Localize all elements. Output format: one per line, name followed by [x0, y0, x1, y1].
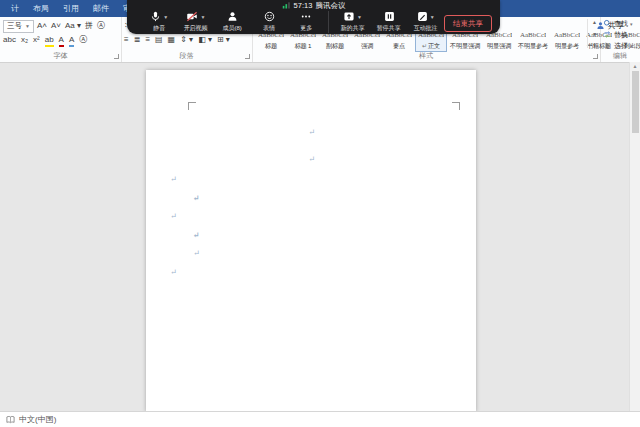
meeting-button-smiley[interactable]: ▼ 表情 — [251, 11, 288, 33]
ribbon-command-icon[interactable]: ≣ — [134, 35, 141, 45]
signal-bars-icon — [282, 1, 291, 10]
ribbon-group-font: 三号 ▼ A˄A˅Aa ▾拼Ⓐ abcx₂x²abAAⒶ 字体 — [0, 17, 122, 62]
ribbon-command-icon[interactable]: A — [69, 35, 74, 45]
font-size-value: 三号 — [7, 21, 22, 31]
style-label: ↵不明显强调 — [450, 42, 480, 50]
ribbon-command-icon[interactable]: abc — [3, 35, 16, 45]
meeting-button-microphone[interactable]: ▼ 静音 — [141, 11, 178, 33]
style-label: ↵明显参考 — [555, 42, 579, 50]
document-text-line[interactable] — [168, 207, 458, 226]
style-label: ↵明显强调 — [487, 42, 511, 50]
document-title-line[interactable] — [146, 145, 476, 172]
ribbon-command-icon[interactable]: ≡ — [145, 35, 150, 45]
meeting-button-share-screen[interactable]: ▼ 新的共享 — [328, 11, 371, 33]
meeting-button-label: 开启视频 — [184, 24, 208, 33]
meeting-toolbar: 57:13 腾讯会议 ▼ 静音 ▼ 开启视频 ▼ 成员(8) ▼ 表情 ▼ 更多… — [127, 0, 500, 34]
document-title-line[interactable] — [146, 118, 476, 145]
share-button-label: 共享 — [608, 20, 624, 31]
ribbon-command-icon[interactable]: x₂ — [21, 35, 28, 45]
paragraph-row2: ≡≣≡▤▦⇕ ▾◧ ▾⊞ ▾ — [124, 35, 230, 45]
chevron-down-icon: ▼ — [163, 14, 168, 20]
meeting-button-person[interactable]: ▼ 成员(8) — [214, 11, 251, 33]
chevron-down-icon: ▼ — [430, 14, 435, 20]
editing-group-label: 编辑 — [600, 51, 640, 61]
ribbon-command-icon[interactable]: A — [59, 35, 64, 45]
meeting-button-camera-off[interactable]: ▼ 开启视频 — [178, 11, 215, 33]
meeting-button-pen[interactable]: ▼ 互动批注 — [407, 11, 444, 33]
meeting-button-ellipsis[interactable]: ▼ 更多 — [288, 11, 325, 33]
meeting-button-label: 暂停共享 — [377, 24, 401, 33]
meeting-button-label: 静音 — [153, 24, 165, 33]
ribbon-command-icon[interactable]: ab — [45, 35, 54, 45]
chevron-down-icon: ▼ — [200, 14, 205, 20]
meeting-button-pause[interactable]: ▼ 暂停共享 — [371, 11, 408, 33]
style-chip[interactable]: AaBbCcDd ↵明显参考 — [551, 19, 583, 52]
style-chip[interactable]: AaBbCcDd ↵不明显参考 — [515, 19, 551, 52]
style-label: ↵副标题 — [326, 42, 344, 50]
ribbon-command-icon[interactable]: ▦ — [168, 35, 176, 45]
document-body — [168, 170, 458, 282]
ribbon-command-icon[interactable]: 拼 — [85, 21, 93, 31]
paragraph-group-label: 段落 — [121, 51, 252, 61]
ribbon-tab[interactable]: 计 — [4, 0, 26, 17]
ribbon-command-icon[interactable]: A˄ — [37, 21, 47, 31]
document-page[interactable] — [146, 70, 476, 412]
paragraph-mark-icon: ↵ — [422, 43, 427, 49]
word-statusbar: 中文(中国) — [0, 411, 640, 427]
font-size-combo[interactable]: 三号 ▼ — [3, 20, 34, 33]
styles-dialog-launcher-icon[interactable] — [593, 54, 598, 59]
meeting-button-label: 表情 — [263, 24, 275, 33]
scrollbar-thumb[interactable] — [632, 71, 639, 133]
text-boundary-mark-top-left — [188, 102, 196, 110]
meeting-button-label: 新的共享 — [340, 24, 364, 33]
chevron-down-icon: ▾ — [630, 21, 633, 27]
chevron-down-icon: ▾ — [630, 43, 633, 49]
ribbon-command-icon[interactable]: ◧ ▾ — [198, 35, 212, 45]
ribbon-command-icon[interactable]: ⇕ ▾ — [180, 35, 193, 45]
document-text-line[interactable] — [168, 170, 458, 189]
paragraph-dialog-launcher-icon[interactable] — [245, 54, 250, 59]
share-person-icon — [596, 21, 605, 30]
style-label: ↵强调 — [361, 42, 373, 50]
meeting-button-label: 互动批注 — [414, 24, 438, 33]
document-text-line[interactable] — [168, 263, 458, 282]
meeting-app-name: 腾讯会议 — [315, 1, 345, 11]
style-label: ↵正文 — [422, 42, 440, 50]
ribbon-command-icon[interactable]: A˅ — [51, 21, 61, 31]
style-label: ↵不明显参考 — [518, 42, 548, 50]
gallery-expand-icon[interactable]: ▼ — [592, 42, 597, 48]
ribbon-tab[interactable]: 引用 — [56, 0, 86, 17]
document-text-line[interactable] — [168, 226, 458, 245]
style-preview: AaBbCcDd — [554, 29, 580, 42]
proofing-book-icon — [6, 415, 15, 424]
document-text-line[interactable] — [168, 189, 458, 208]
vertical-scrollbar[interactable]: ▲ — [629, 62, 640, 412]
scrollbar-up-arrow-icon[interactable]: ▲ — [630, 62, 640, 70]
ribbon-tab[interactable]: 邮件 — [86, 0, 116, 17]
font-dialog-launcher-icon[interactable] — [114, 54, 119, 59]
ribbon-command-icon[interactable]: Ⓐ — [79, 35, 87, 45]
font-row2: abcx₂x²abAAⒶ — [3, 35, 87, 45]
word-share-button[interactable]: 共享 — [596, 20, 624, 31]
scroll-down-icon[interactable]: ▼ — [592, 31, 597, 37]
editing-command[interactable]: 选择 ▾ — [600, 40, 640, 51]
ribbon-command-icon[interactable]: Aa ▾ — [65, 21, 81, 31]
styles-group-label: 样式 — [252, 51, 600, 61]
ribbon-command-icon[interactable]: x² — [33, 35, 40, 45]
style-label: ↵要点 — [393, 42, 405, 50]
style-preview: AaBbCcDd — [520, 29, 546, 42]
text-boundary-mark-top-right — [452, 102, 460, 110]
ribbon-tab[interactable]: 布局 — [26, 0, 56, 17]
style-label: ↵标题 — [265, 42, 277, 50]
meeting-status[interactable]: 57:13 腾讯会议 — [127, 0, 500, 11]
ribbon-command-icon[interactable]: ▤ — [155, 35, 163, 45]
document-title — [146, 118, 476, 172]
end-share-button[interactable]: 结束共享 — [444, 15, 492, 32]
language-indicator[interactable]: 中文(中国) — [19, 414, 56, 425]
ribbon-command-icon[interactable]: ≡ — [124, 35, 129, 45]
chevron-down-icon: ▼ — [25, 23, 30, 29]
ribbon-command-icon[interactable]: ⊞ ▾ — [217, 35, 230, 45]
ribbon-command-icon[interactable]: Ⓐ — [97, 21, 105, 31]
document-text-line[interactable] — [168, 244, 458, 263]
document-area — [0, 62, 640, 412]
